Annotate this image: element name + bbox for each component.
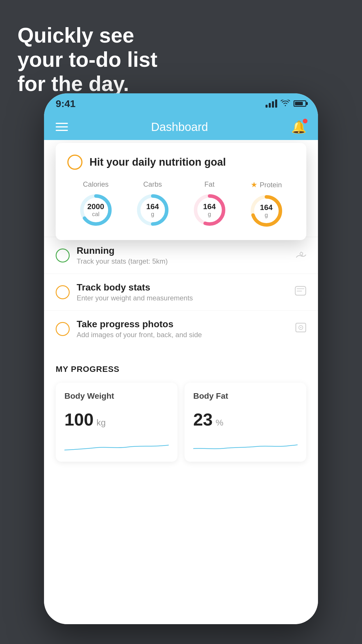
- body-weight-title: Body Weight: [64, 391, 169, 401]
- star-icon: ★: [251, 180, 257, 189]
- body-fat-unit: %: [216, 418, 224, 428]
- nutrition-carbs: Carbs 164 g: [135, 180, 170, 228]
- body-fat-value-row: 23 %: [193, 410, 298, 430]
- nutrition-fat: Fat 164 g: [192, 180, 227, 228]
- nav-bar: Dashboard 🔔: [44, 114, 318, 140]
- protein-unit: g: [260, 212, 273, 218]
- calories-donut: 2000 cal: [78, 192, 113, 228]
- headline-line3: for the day.: [17, 72, 157, 96]
- notification-dot: [303, 119, 307, 123]
- carbs-value: 164: [146, 202, 159, 211]
- calories-label: Calories: [83, 180, 108, 188]
- battery-icon: [294, 100, 306, 107]
- body-weight-chart: [64, 438, 169, 453]
- signal-icon: [266, 99, 277, 108]
- carbs-label: Carbs: [143, 180, 162, 188]
- phone-frame: 9:41 Dashboard 🔔: [44, 93, 318, 624]
- svg-point-11: [300, 327, 301, 328]
- fat-unit: g: [203, 211, 216, 218]
- headline: Quickly see your to-do list for the day.: [17, 23, 157, 96]
- nutrition-grid: Calories 2000 cal Carbs: [67, 180, 295, 228]
- hamburger-menu[interactable]: [56, 123, 68, 131]
- bell-icon[interactable]: 🔔: [291, 120, 306, 134]
- nutrition-card-title: Hit your daily nutrition goal: [89, 156, 226, 168]
- body-fat-chart: [193, 438, 298, 453]
- headline-line1: Quickly see: [17, 23, 157, 48]
- nutrition-calories: Calories 2000 cal: [78, 180, 113, 228]
- body-stats-desc: Enter your weight and measurements: [77, 294, 288, 302]
- body-stats-name: Track body stats: [77, 282, 288, 293]
- photos-check-circle: [56, 322, 70, 336]
- fat-label: Fat: [204, 180, 215, 188]
- status-bar: 9:41: [44, 93, 318, 114]
- calories-unit: cal: [87, 211, 104, 218]
- status-time: 9:41: [56, 98, 75, 109]
- body-fat-value: 23: [193, 410, 213, 430]
- body-stats-check-circle: [56, 285, 70, 299]
- headline-line2: your to-do list: [17, 48, 157, 72]
- photos-text: Take progress photos Add images of your …: [77, 319, 288, 339]
- wifi-icon: [281, 99, 290, 108]
- body-fat-card: Body Fat 23 %: [184, 383, 306, 462]
- todo-item-running[interactable]: Running Track your stats (target: 5km): [44, 237, 318, 274]
- nav-title: Dashboard: [151, 120, 208, 134]
- protein-label: Protein: [260, 181, 282, 189]
- status-icons: [266, 99, 306, 108]
- scale-icon: [295, 286, 306, 298]
- photos-desc: Add images of your front, back, and side: [77, 331, 288, 339]
- todo-item-body-stats[interactable]: Track body stats Enter your weight and m…: [44, 274, 318, 310]
- todo-item-progress-photos[interactable]: Take progress photos Add images of your …: [44, 310, 318, 347]
- photo-icon: [295, 323, 306, 335]
- calories-value: 2000: [87, 202, 104, 211]
- nutrition-check-circle[interactable]: [67, 155, 82, 170]
- running-check-circle: [56, 249, 70, 262]
- progress-section: MY PROGRESS Body Weight 100 kg Body: [44, 365, 318, 462]
- fat-donut: 164 g: [192, 192, 227, 228]
- running-icon: [296, 249, 306, 262]
- running-name: Running: [77, 245, 289, 256]
- body-weight-card: Body Weight 100 kg: [56, 383, 178, 462]
- body-fat-title: Body Fat: [193, 391, 298, 401]
- nutrition-card: Hit your daily nutrition goal Calories 2…: [56, 143, 306, 240]
- progress-cards: Body Weight 100 kg Body Fat 23: [56, 383, 306, 462]
- running-text: Running Track your stats (target: 5km): [77, 245, 289, 265]
- protein-donut: 164 g: [249, 193, 284, 228]
- progress-header: MY PROGRESS: [56, 365, 306, 374]
- body-weight-value: 100: [64, 410, 94, 430]
- running-desc: Track your stats (target: 5km): [77, 257, 289, 265]
- nutrition-protein: ★ Protein 164 g: [249, 180, 284, 228]
- todo-list: Running Track your stats (target: 5km) T…: [44, 237, 318, 347]
- card-title-row: Hit your daily nutrition goal: [67, 155, 295, 170]
- body-stats-text: Track body stats Enter your weight and m…: [77, 282, 288, 302]
- phone-content: THINGS TO DO TODAY Hit your daily nutrit…: [44, 140, 318, 624]
- body-weight-value-row: 100 kg: [64, 410, 169, 430]
- fat-value: 164: [203, 202, 216, 211]
- body-weight-unit: kg: [96, 418, 106, 428]
- photos-name: Take progress photos: [77, 319, 288, 330]
- carbs-unit: g: [146, 211, 159, 218]
- carbs-donut: 164 g: [135, 192, 170, 228]
- protein-value: 164: [260, 203, 273, 212]
